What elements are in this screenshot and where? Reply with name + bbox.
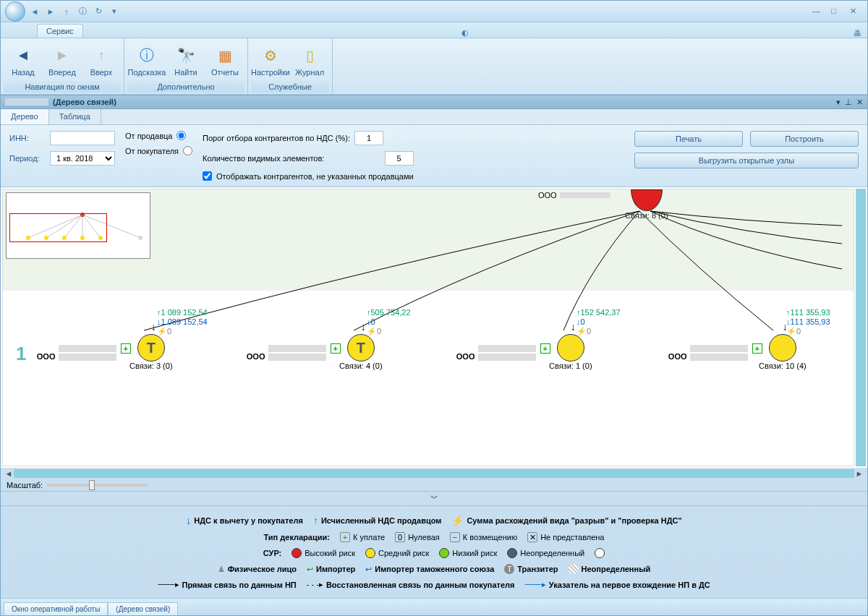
arrow-up-icon: ↑: [313, 515, 318, 526]
solid-arrow-icon: ───▸: [158, 580, 179, 589]
ribbon-forward-button[interactable]: ►Вперед: [43, 40, 82, 81]
legend-label: Низкий риск: [452, 549, 497, 557]
ribbon-hint-button[interactable]: ⓘПодсказка: [127, 40, 166, 81]
expand-node-button[interactable]: +: [331, 343, 341, 354]
ribbon-settings-button[interactable]: ⚙Настройки: [251, 40, 290, 81]
ribbon-up-button[interactable]: ↑Вверх: [82, 40, 121, 81]
legend-label: Не представлена: [540, 533, 604, 542]
arrow-down-icon: ↓: [157, 317, 161, 326]
node-ooo-label: ООО: [456, 352, 475, 361]
zero-icon: 0: [395, 532, 405, 542]
legend-label: НДС к вычету у покупателя: [194, 516, 303, 525]
node-amounts: ↑111 355,93↓111 355,93⚡0: [786, 308, 830, 336]
menu-tab-row: Сервис ◐ 🖶: [1, 22, 867, 38]
inn-input[interactable]: [50, 131, 115, 145]
node-amounts: ↑1 089 152,54↓1 089 152,54⚡0: [157, 308, 208, 336]
nav-up-icon[interactable]: ↑: [60, 5, 73, 18]
period-select[interactable]: 1 кв. 2018: [50, 151, 115, 166]
child-node[interactable]: ↑1 089 152,54↓1 089 152,54⚡0↓Т+ОООСвязи:…: [129, 334, 173, 370]
from-seller-radio[interactable]: [176, 131, 186, 140]
close-button[interactable]: ✕: [850, 7, 863, 17]
status-tab-operative[interactable]: Окно оперативной работы: [4, 602, 108, 615]
visible-input[interactable]: [385, 151, 414, 166]
show-unlisted-checkbox[interactable]: [203, 171, 212, 181]
titlebar: ◄ ► ↑ ⓘ ↻ ▾ — □ ✕: [1, 1, 867, 22]
legend-label: К возмещению: [463, 533, 517, 542]
plus-icon: +: [340, 532, 350, 542]
print-button[interactable]: Печать: [634, 131, 743, 147]
nav-info-icon[interactable]: ⓘ: [76, 5, 89, 18]
node-links-label: Связи: 10 (4): [759, 362, 807, 370]
build-button[interactable]: Построить: [750, 131, 859, 147]
threshold-input[interactable]: [354, 131, 383, 145]
print-icon[interactable]: 🖶: [854, 29, 861, 38]
zoom-slider[interactable]: [47, 484, 148, 487]
child-node[interactable]: ↑505 754,22↓0⚡0↓Т+ОООСвязи: 4 (0): [339, 334, 383, 370]
root-circle-icon: [631, 189, 663, 211]
expand-node-button[interactable]: +: [121, 343, 131, 354]
visible-label: Количество видимых элементов:: [203, 154, 324, 163]
minimize-button[interactable]: —: [812, 7, 825, 17]
svg-point-9: [62, 236, 67, 240]
node-circle-icon: Т+ООО: [347, 334, 375, 362]
child-node[interactable]: ↑111 355,93↓111 355,93⚡0↓+ОООСвязи: 10 (…: [759, 334, 807, 370]
legend-label: СУР:: [263, 549, 282, 557]
nav-dropdown-icon[interactable]: ▾: [108, 5, 121, 18]
expand-legend-button[interactable]: ︾: [1, 492, 867, 506]
info-icon: ⓘ: [140, 45, 154, 67]
from-buyer-radio[interactable]: [183, 146, 192, 155]
expand-node-button[interactable]: +: [752, 343, 762, 354]
subtab-tree[interactable]: Дерево: [1, 109, 49, 124]
panel-pin-icon[interactable]: ⊥: [845, 98, 852, 107]
child-node[interactable]: ↑152 542,37↓0⚡0↓+ОООСвязи: 1 (0): [549, 334, 592, 370]
root-node[interactable]: ООО Связи: 8 (0): [625, 189, 668, 220]
subtab-table[interactable]: Таблица: [49, 109, 101, 124]
zoom-thumb[interactable]: [89, 480, 95, 490]
svg-line-6: [82, 215, 140, 238]
tree-canvas[interactable]: ООО Связи: 8 (0) 1 ↑1 089 152,54↓1 089 1…: [2, 189, 854, 466]
nav-back-icon[interactable]: ◄: [28, 5, 41, 18]
minus-icon: −: [450, 532, 460, 542]
legend-label: Неопределенный: [520, 549, 584, 557]
vertical-scrollbar[interactable]: [856, 189, 866, 466]
ribbon-reports-button[interactable]: ▦Отчеты: [205, 40, 244, 81]
arrow-down-icon: ↓: [367, 317, 371, 326]
canvas-area: ООО Связи: 8 (0) 1 ↑1 089 152,54↓1 089 1…: [1, 187, 867, 468]
svg-line-1: [28, 215, 82, 238]
filter-panel: ИНН: Период:1 кв. 2018 От продавца От по…: [1, 125, 867, 187]
status-tab-tree[interactable]: (Дерево связей): [108, 602, 178, 615]
legend-label: Восстановленная связь по данным покупате…: [326, 581, 515, 589]
node-amounts: ↑152 542,37↓0⚡0: [576, 308, 621, 336]
redacted-text: [59, 345, 116, 352]
ribbon-journal-button[interactable]: ▯Журнал: [290, 40, 329, 81]
maximize-button[interactable]: □: [831, 7, 844, 17]
redacted-text: [560, 192, 610, 198]
ribbon-find-button[interactable]: 🔭Найти: [166, 40, 205, 81]
minimap[interactable]: [6, 192, 150, 259]
panel-close-icon[interactable]: ✕: [856, 98, 863, 107]
export-button[interactable]: Выгрузить открытые узлы: [634, 153, 859, 168]
menu-tab-service[interactable]: Сервис: [37, 24, 83, 38]
hscroll-left-icon[interactable]: ◄: [4, 469, 14, 478]
cu-importer-icon: ↩: [365, 565, 372, 574]
panel-dropdown-icon[interactable]: ▾: [836, 98, 841, 107]
legend-label: Транзитер: [517, 565, 558, 573]
journal-icon: ▯: [306, 45, 314, 67]
ribbon-back-button[interactable]: ◄Назад: [4, 40, 43, 81]
legend-label: Импортер: [316, 565, 355, 573]
blue-arrow-icon: ───▸: [524, 580, 545, 589]
ribbon-group-label: Служебные: [251, 81, 329, 93]
help-icon[interactable]: ◐: [461, 28, 469, 38]
arrow-in-icon: ↓: [361, 321, 366, 333]
legend-label: Неопределенный: [582, 565, 651, 573]
nav-forward-icon[interactable]: ►: [44, 5, 57, 18]
expand-node-button[interactable]: +: [540, 343, 550, 354]
node-links-label: Связи: 1 (0): [549, 362, 592, 370]
hscroll-right-icon[interactable]: ►: [854, 469, 864, 478]
app-logo-icon: [5, 1, 25, 22]
svg-line-2: [46, 215, 82, 238]
inn-label: ИНН:: [9, 134, 46, 142]
nav-refresh-icon[interactable]: ↻: [92, 5, 105, 18]
arrow-in-icon: ↓: [571, 321, 576, 333]
horizontal-scrollbar[interactable]: [14, 469, 854, 478]
